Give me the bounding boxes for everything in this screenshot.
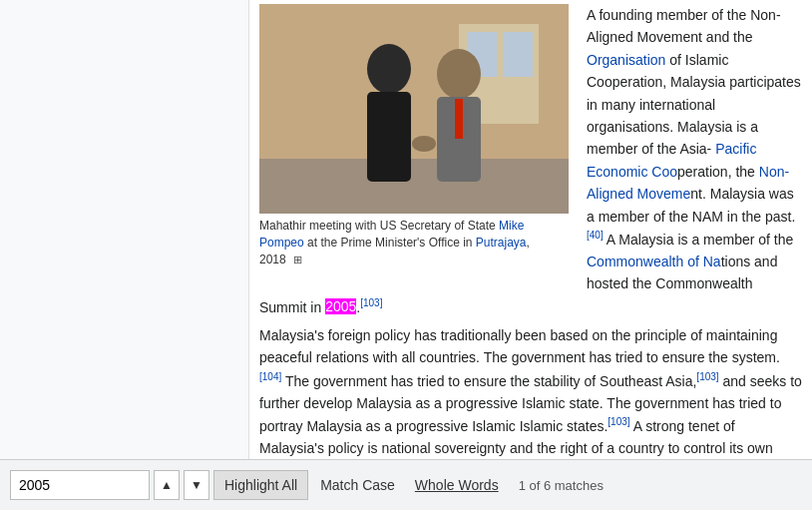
svg-point-6 bbox=[367, 44, 411, 94]
expand-icon: ⊞ bbox=[293, 253, 302, 267]
svg-point-8 bbox=[437, 49, 481, 99]
article-text: Mahathir meeting with US Secretary of St… bbox=[259, 4, 802, 459]
highlight-all-button[interactable]: Highlight All bbox=[213, 470, 308, 500]
find-prev-button[interactable]: ▲ bbox=[154, 470, 180, 500]
article-paragraph-2: Malaysia's foreign policy has traditiona… bbox=[259, 324, 802, 459]
match-count: 1 of 6 matches bbox=[519, 478, 604, 493]
svg-rect-7 bbox=[367, 92, 411, 182]
main-content: Mahathir meeting with US Secretary of St… bbox=[0, 0, 812, 459]
svg-rect-11 bbox=[455, 99, 463, 139]
caption-link-putrajaya[interactable]: Putrajaya bbox=[476, 236, 527, 250]
pacific-link[interactable]: Pacific Economic Coo bbox=[587, 141, 756, 179]
find-toolbar: ▲ ▼ Highlight All Match Case Whole Words… bbox=[0, 459, 812, 510]
find-next-button[interactable]: ▼ bbox=[184, 470, 209, 500]
org-link[interactable]: Organisation bbox=[587, 52, 665, 68]
left-sidebar bbox=[0, 0, 249, 459]
svg-point-10 bbox=[412, 136, 436, 152]
svg-rect-4 bbox=[503, 32, 533, 77]
search-input[interactable] bbox=[10, 470, 150, 500]
article-image bbox=[259, 4, 569, 214]
commonwealth-link[interactable]: Commonwealth of Na bbox=[587, 254, 721, 269]
search-highlight-1: 2005 bbox=[325, 298, 356, 314]
image-container: Mahathir meeting with US Secretary of St… bbox=[259, 4, 569, 267]
whole-words-button[interactable]: Whole Words bbox=[407, 470, 507, 500]
image-caption: Mahathir meeting with US Secretary of St… bbox=[259, 214, 559, 267]
svg-rect-5 bbox=[259, 159, 569, 214]
article-area: Mahathir meeting with US Secretary of St… bbox=[249, 0, 812, 459]
match-case-button[interactable]: Match Case bbox=[312, 470, 403, 500]
